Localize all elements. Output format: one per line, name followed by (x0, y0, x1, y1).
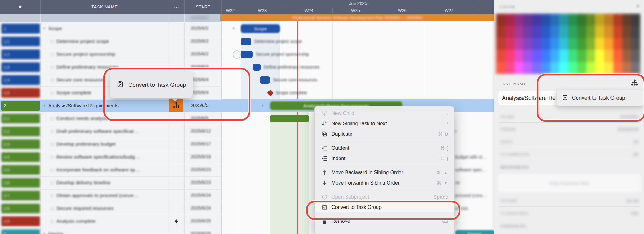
row-number-badge[interactable]: 2.3 (1, 139, 40, 149)
palette-swatch[interactable] (613, 62, 622, 74)
task-start-date[interactable]: 2025/6/2 (191, 26, 208, 31)
palette-swatch[interactable] (541, 62, 550, 74)
task-name[interactable]: Scope complete (56, 90, 91, 96)
task-name[interactable]: Review software specifications/budg… (56, 154, 140, 160)
task-name[interactable]: Conduct needs analysis (56, 116, 108, 121)
task-name[interactable]: Design (48, 231, 63, 234)
row-number-badge[interactable]: 2 (1, 101, 40, 111)
menu-item-duplicate[interactable]: Duplicate⌘ D (315, 129, 454, 139)
field-value[interactable]: 15 (633, 139, 638, 144)
task-start-date[interactable]: 2025/6/25 (191, 218, 211, 223)
palette-swatch[interactable] (568, 26, 577, 38)
palette-swatch[interactable] (613, 50, 622, 62)
palette-swatch[interactable] (532, 62, 541, 74)
field-value[interactable]: 2025/6/25 (617, 127, 638, 132)
palette-swatch[interactable] (604, 14, 613, 26)
column-header-start[interactable]: START (184, 0, 222, 14)
row-number-badge[interactable]: 2.4 (1, 152, 40, 162)
task-name[interactable]: Scope (48, 26, 62, 31)
palette-swatch[interactable] (568, 50, 577, 62)
gantt-task-bar[interactable] (241, 51, 253, 58)
task-start-date[interactable]: 2025/6/24 (191, 193, 211, 198)
palette-swatch[interactable] (568, 38, 577, 50)
palette-swatch[interactable] (550, 62, 559, 74)
palette-swatch[interactable] (523, 38, 532, 50)
gantt-disclosure-triangle[interactable]: ▼ (232, 27, 235, 30)
palette-swatch[interactable] (541, 26, 550, 38)
palette-swatch[interactable] (631, 38, 640, 50)
palette-swatch[interactable] (577, 14, 586, 26)
menu-item-new-sibling-task-to-next[interactable]: New Sibling Task to Next/ (315, 118, 454, 129)
palette-swatch[interactable] (532, 38, 541, 50)
palette-swatch[interactable] (586, 38, 595, 50)
palette-swatch[interactable] (496, 62, 505, 74)
gantt-task-bar[interactable] (241, 38, 251, 45)
row-number-badge[interactable]: 2.9 (1, 216, 40, 226)
menu-item-move-backward-in-sibling-order[interactable]: Move Backward in Sibling Order⌘ ▲ (315, 167, 454, 178)
palette-swatch[interactable] (559, 38, 568, 50)
palette-swatch[interactable] (604, 50, 613, 62)
row-number-badge[interactable]: 2.2 (1, 127, 40, 136)
row-number-badge[interactable]: 1.1 (1, 37, 40, 46)
task-name[interactable]: Develop delivery timeline (56, 180, 110, 185)
disclosure-triangle[interactable]: ▼ (43, 104, 46, 107)
palette-swatch[interactable] (505, 50, 514, 62)
project-summary-row[interactable]: 2025/6/2 (0, 14, 222, 22)
palette-swatch[interactable] (505, 26, 514, 38)
palette-swatch[interactable] (631, 62, 640, 74)
menu-item-outdent[interactable]: Outdent⌘ [ (315, 143, 454, 153)
disclosure-triangle[interactable]: ▼ (43, 232, 46, 234)
palette-swatch[interactable] (613, 26, 622, 38)
palette-swatch[interactable] (604, 38, 613, 50)
task-name[interactable]: Determine project scope (56, 39, 109, 44)
task-start-date[interactable]: 2025/6/19 (191, 154, 211, 159)
palette-swatch[interactable] (550, 26, 559, 38)
palette-swatch[interactable] (523, 26, 532, 38)
field-value[interactable]: 100 (631, 211, 638, 216)
palette-swatch[interactable] (595, 50, 604, 62)
field-value[interactable]: 40 (633, 152, 638, 157)
palette-swatch[interactable] (523, 50, 532, 62)
resources-dropzone[interactable]: Drop resources here (498, 174, 641, 192)
palette-swatch[interactable] (622, 14, 631, 26)
gantt-disclosure-triangle[interactable]: ▼ (261, 104, 264, 107)
palette-swatch[interactable] (523, 14, 532, 26)
palette-swatch[interactable] (586, 62, 595, 74)
row-number-badge[interactable]: 2.7 (1, 191, 40, 200)
task-start-date[interactable]: 2025/6/23 (191, 167, 211, 172)
palette-swatch[interactable] (595, 62, 604, 74)
palette-swatch[interactable] (514, 38, 523, 50)
palette-swatch[interactable] (505, 62, 514, 74)
task-start-date[interactable]: 2025/6/26 (191, 231, 211, 234)
field-value[interactable]: 1w 3d (626, 198, 638, 203)
palette-swatch[interactable] (514, 50, 523, 62)
task-start-date[interactable]: 2025/6/12 (191, 128, 211, 133)
row-number-badge[interactable]: 3 (1, 229, 40, 234)
palette-swatch[interactable] (496, 38, 505, 50)
palette-swatch[interactable] (505, 14, 514, 26)
palette-swatch[interactable] (622, 26, 631, 38)
palette-swatch[interactable] (523, 62, 532, 74)
gantt-task-bar[interactable] (253, 64, 261, 71)
palette-swatch[interactable] (550, 38, 559, 50)
row-number-badge[interactable]: 2.6 (1, 178, 40, 188)
task-start-date[interactable]: 2025/6/2 (191, 39, 208, 44)
task-name[interactable]: Secure project sponsorship (56, 51, 115, 57)
gantt-task-bar[interactable] (260, 76, 270, 84)
gantt-task-bar[interactable] (270, 115, 309, 122)
task-name[interactable]: Incorporate feedback on software sp… (56, 167, 140, 173)
palette-swatch[interactable] (514, 26, 523, 38)
palette-swatch[interactable] (532, 50, 541, 62)
palette-swatch[interactable] (514, 14, 523, 26)
task-start-date[interactable]: 2025/6/24 (191, 205, 211, 211)
palette-swatch[interactable] (532, 26, 541, 38)
disclosure-triangle[interactable]: ▼ (43, 27, 46, 30)
palette-swatch[interactable] (496, 26, 505, 38)
palette-swatch[interactable] (559, 26, 568, 38)
palette-swatch[interactable] (532, 14, 541, 26)
palette-swatch[interactable] (586, 50, 595, 62)
palette-swatch[interactable] (559, 62, 568, 74)
palette-swatch[interactable] (577, 38, 586, 50)
palette-swatch[interactable] (613, 14, 622, 26)
row-number-badge[interactable]: 1 (1, 24, 40, 34)
